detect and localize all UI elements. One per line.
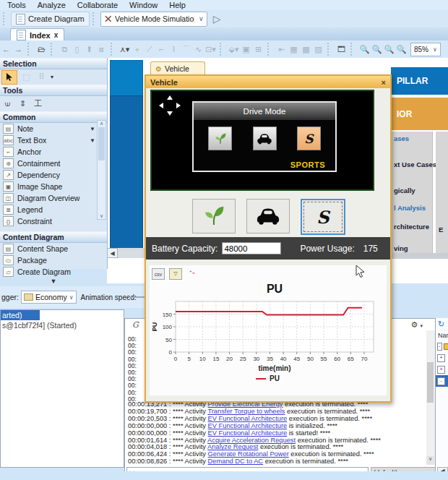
toolbox-section-content-diagram[interactable]: Content Diagram	[0, 231, 107, 243]
line-spline-icon[interactable]: ∿	[193, 44, 204, 55]
toolbox-item-image-shape[interactable]: ▣Image Shape	[0, 181, 107, 192]
activity-link[interactable]: EV Functional Architecture	[208, 429, 288, 437]
back-arrow-icon[interactable]: ←	[1, 44, 12, 55]
zoom-out-icon[interactable]: 🔍	[371, 44, 382, 55]
animation-speed-slider[interactable]	[129, 296, 145, 298]
toolbox-item-legend[interactable]: ≣Legend	[0, 204, 107, 215]
line-arc-icon[interactable]: ⌒	[181, 44, 191, 55]
tree-node[interactable]: -	[436, 340, 448, 352]
toolbox-item-dependency[interactable]: ↗Dependency	[0, 169, 107, 181]
activity-link[interactable]: Generate Rotational Power	[208, 450, 289, 458]
layout-icon[interactable]: ⊞	[253, 44, 264, 55]
line-oblique-icon[interactable]: ⟋	[144, 44, 155, 55]
scroll-up-icon[interactable]: ∧	[98, 121, 105, 127]
toolbox-section-selection[interactable]: Selection	[0, 58, 107, 69]
paste-icon[interactable]: ▯	[72, 44, 82, 55]
align-center-icon[interactable]: ▦	[288, 44, 299, 55]
forward-arrow-icon[interactable]: →	[13, 44, 24, 55]
zoom-selection-icon[interactable]: 🔍	[396, 44, 407, 55]
drive-mode-normal-button[interactable]	[253, 127, 277, 150]
path-style-icon[interactable]: ＋	[132, 44, 142, 55]
toolbox-item-content-shape[interactable]: ▤Content Shape	[0, 243, 107, 254]
drive-mode-sports-button[interactable]: S	[297, 127, 321, 150]
toolbox-item-diagram-overview[interactable]: ◫Diagram Overview	[0, 192, 107, 204]
refresh-icon[interactable]: ↻	[436, 318, 448, 329]
trigger-select[interactable]: Economy ∨	[21, 291, 77, 304]
collapse-icon[interactable]: -	[437, 377, 445, 385]
activity-link[interactable]: Demand DC to AC	[208, 458, 263, 465]
menu-window[interactable]: Window	[129, 1, 158, 9]
scroll-down-icon[interactable]: ∨	[426, 456, 434, 465]
cut-icon[interactable]: ⬆	[84, 44, 95, 55]
session-list-item[interactable]: s@1cbf72f4] (Started)	[1, 320, 124, 330]
line-bezier-icon[interactable]: ⌇	[168, 44, 179, 55]
toolbox-item-create-diagram[interactable]: ▱Create Diagram	[0, 266, 107, 278]
console-scrollbar[interactable]: ∨	[426, 330, 435, 465]
reroute-icon[interactable]: ⊡▾	[205, 44, 216, 55]
line-rect-icon[interactable]: ⌐	[156, 44, 167, 55]
collapse-icon[interactable]: -	[437, 343, 442, 351]
toolbox-section-common[interactable]: Common	[0, 111, 107, 123]
toolbox-item-containment[interactable]: ⊕Containment	[0, 158, 107, 169]
activity-link[interactable]: EV Functional Architecture	[208, 415, 288, 422]
scroll-down-icon[interactable]: ∨	[98, 213, 105, 219]
create-diagram-button[interactable]: Create Diagram	[11, 12, 90, 27]
close-icon[interactable]: ×	[382, 78, 386, 87]
zoom-fit-icon[interactable]: 🔍	[384, 44, 395, 55]
diagram-shape-body[interactable]	[110, 95, 143, 249]
distribute-icon[interactable]: ▩	[301, 44, 311, 55]
chevron-down-icon[interactable]: ▼	[90, 126, 95, 132]
normal-mode-button[interactable]	[246, 199, 290, 233]
export-csv-icon[interactable]: csv	[152, 268, 165, 280]
close-tab-icon[interactable]: x	[54, 31, 59, 39]
toolbox-section-tools[interactable]: Tools	[0, 85, 107, 96]
zoom-level-select[interactable]: 85% ∨	[410, 43, 441, 56]
shape-fill-icon[interactable]: ⬙▾	[228, 44, 239, 55]
tree-node[interactable]: +	[436, 364, 448, 375]
sticky-tool-icon[interactable]: ⟒	[2, 98, 13, 109]
tree-node[interactable]: -	[436, 375, 448, 387]
toolbox-item-package[interactable]: ▭Package	[0, 254, 107, 266]
separator-tool-icon[interactable]: 工	[33, 98, 43, 109]
menu-help[interactable]: Help	[169, 1, 186, 9]
activity-link[interactable]: Acquire Acceleration Request	[207, 437, 296, 444]
zoom-in-icon[interactable]: 🔍	[359, 44, 370, 55]
selection-more-icon[interactable]: ▾	[51, 74, 53, 80]
scroll-left-icon[interactable]: ◀	[107, 248, 118, 258]
containment-tree-icon[interactable]: 🗁	[36, 44, 47, 55]
tree-node[interactable]: +	[436, 352, 448, 364]
session-list-item[interactable]: arted)	[1, 310, 40, 320]
canvas-horizontal-scrollbar[interactable]: ◀	[107, 248, 147, 258]
dependency-matrix-icon[interactable]: ⋏▾	[119, 44, 130, 55]
swimlane-tool-icon[interactable]: ⇕	[17, 98, 28, 109]
activity-link[interactable]: Transfer Torque to wheels	[207, 408, 285, 415]
vehicle-frame-tab[interactable]: ⚙ Vehicle	[150, 61, 205, 75]
drive-mode-eco-button[interactable]	[208, 127, 232, 150]
expand-icon[interactable]: +	[437, 354, 445, 362]
marquee-select-tool[interactable]: ⬚	[21, 72, 32, 82]
simulation-config-select[interactable]: Vehicle Mode Simulation ∨	[100, 12, 207, 27]
menu-collaborate[interactable]: Collaborate	[77, 1, 118, 9]
move-handle-icon[interactable]	[159, 95, 181, 116]
toolbox-item-constraint[interactable]: {}Constraint	[0, 215, 107, 227]
add-series-icon[interactable]: ⁺⌁	[186, 268, 198, 278]
scrollbar-thumb[interactable]	[427, 362, 434, 403]
diagram-shape-header[interactable]	[110, 60, 143, 96]
activity-link[interactable]: Analyze Request	[207, 443, 258, 450]
multi-select-tool[interactable]: ⠿	[36, 72, 47, 82]
tab-index[interactable]: Index x	[10, 28, 64, 41]
toolbox-more-icon[interactable]: ▼	[0, 278, 107, 285]
scrollbar-thumb[interactable]	[98, 127, 105, 160]
group-icon[interactable]: ▣	[241, 44, 251, 55]
selection-arrow-tool[interactable]	[1, 70, 17, 85]
common-scrollbar[interactable]: ∧ ∨	[97, 120, 106, 220]
show-options-icon[interactable]: 🗔	[336, 44, 347, 55]
chart-options-icon[interactable]: ▽	[169, 268, 182, 280]
toolbox-item-note[interactable]: ▤Note▼	[0, 123, 107, 134]
delete-icon[interactable]: ⧇	[96, 44, 107, 55]
run-simulation-icon[interactable]: ▷	[213, 13, 221, 25]
toolbox-item-anchor[interactable]: ⌐Anchor	[0, 146, 107, 158]
console-settings-button[interactable]: ⚙ ▾	[411, 320, 423, 330]
copy-icon[interactable]: ⧉	[59, 44, 70, 55]
same-size-icon[interactable]: ▨	[313, 44, 324, 55]
